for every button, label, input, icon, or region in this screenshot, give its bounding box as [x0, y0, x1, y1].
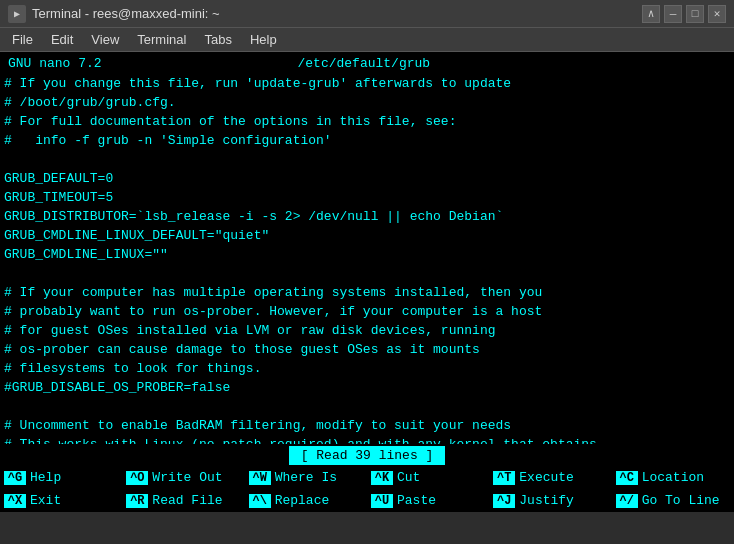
menu-view[interactable]: View [83, 30, 127, 49]
shortcuts-row1: ^GHelp^OWrite Out^WWhere Is^KCut^TExecut… [0, 466, 734, 489]
shortcut-label: Read File [152, 493, 222, 508]
status-message: [ Read 39 lines ] [289, 446, 446, 465]
editor-line: # /boot/grub/grub.cfg. [4, 93, 730, 112]
menu-help[interactable]: Help [242, 30, 285, 49]
editor-line: GRUB_CMDLINE_LINUX="" [4, 245, 730, 264]
shortcut-key: ^/ [616, 494, 638, 508]
shortcut-item[interactable]: ^JJustify [489, 489, 611, 512]
editor-line: # probably want to run os-prober. Howeve… [4, 302, 730, 321]
shortcut-label: Location [642, 470, 704, 485]
shortcut-key: ^J [493, 494, 515, 508]
editor-line: # For full documentation of the options … [4, 112, 730, 131]
shortcut-item[interactable]: ^CLocation [612, 466, 734, 489]
shortcut-item[interactable]: ^TExecute [489, 466, 611, 489]
nano-filename: /etc/default/grub [102, 56, 626, 71]
fullscreen-button[interactable]: □ [686, 5, 704, 23]
window-title: Terminal - rees@maxxed-mini: ~ [32, 6, 220, 21]
nano-version: GNU nano 7.2 [8, 56, 102, 71]
maximize-button[interactable]: — [664, 5, 682, 23]
editor-line [4, 264, 730, 283]
menu-terminal[interactable]: Terminal [129, 30, 194, 49]
menu-file[interactable]: File [4, 30, 41, 49]
editor-line: # If you change this file, run 'update-g… [4, 74, 730, 93]
shortcut-key: ^O [126, 471, 148, 485]
menubar: File Edit View Terminal Tabs Help [0, 28, 734, 52]
shortcut-item[interactable]: ^KCut [367, 466, 489, 489]
shortcuts-row2: ^XExit^RRead File^\Replace^UPaste^JJusti… [0, 489, 734, 512]
shortcut-item[interactable]: ^\Replace [245, 489, 367, 512]
shortcut-item[interactable]: ^RRead File [122, 489, 244, 512]
shortcut-item[interactable]: ^UPaste [367, 489, 489, 512]
shortcut-item[interactable]: ^WWhere Is [245, 466, 367, 489]
editor-line [4, 397, 730, 416]
nano-header: GNU nano 7.2 /etc/default/grub [0, 52, 734, 74]
shortcut-label: Replace [275, 493, 330, 508]
close-button[interactable]: ✕ [708, 5, 726, 23]
editor-line: # filesystems to look for things. [4, 359, 730, 378]
shortcut-key: ^\ [249, 494, 271, 508]
shortcut-label: Go To Line [642, 493, 720, 508]
editor-line: #GRUB_DISABLE_OS_PROBER=false [4, 378, 730, 397]
shortcut-item[interactable]: ^OWrite Out [122, 466, 244, 489]
editor-line [4, 150, 730, 169]
shortcut-item[interactable]: ^GHelp [0, 466, 122, 489]
editor-area[interactable]: # If you change this file, run 'update-g… [0, 74, 734, 444]
editor-line: # for guest OSes installed via LVM or ra… [4, 321, 730, 340]
editor-line: GRUB_CMDLINE_LINUX_DEFAULT="quiet" [4, 226, 730, 245]
editor-line: # os-prober can cause damage to those gu… [4, 340, 730, 359]
shortcut-key: ^X [4, 494, 26, 508]
editor-line: GRUB_DEFAULT=0 [4, 169, 730, 188]
shortcut-key: ^G [4, 471, 26, 485]
editor-line: GRUB_DISTRIBUTOR=`lsb_release -i -s 2> /… [4, 207, 730, 226]
shortcut-label: Help [30, 470, 61, 485]
statusbar: [ Read 39 lines ] [0, 444, 734, 466]
shortcut-item[interactable]: ^/Go To Line [612, 489, 734, 512]
shortcut-key: ^R [126, 494, 148, 508]
editor-line: # Uncomment to enable BadRAM filtering, … [4, 416, 730, 435]
shortcut-key: ^W [249, 471, 271, 485]
shortcut-item[interactable]: ^XExit [0, 489, 122, 512]
shortcuts-bar: ^GHelp^OWrite Out^WWhere Is^KCut^TExecut… [0, 466, 734, 512]
menu-edit[interactable]: Edit [43, 30, 81, 49]
shortcut-label: Justify [519, 493, 574, 508]
shortcut-label: Write Out [152, 470, 222, 485]
titlebar-left: ▶ Terminal - rees@maxxed-mini: ~ [8, 5, 220, 23]
shortcut-label: Cut [397, 470, 420, 485]
minimize-button[interactable]: ∧ [642, 5, 660, 23]
shortcut-label: Where Is [275, 470, 337, 485]
shortcut-key: ^T [493, 471, 515, 485]
editor-line: # info -f grub -n 'Simple configuration' [4, 131, 730, 150]
editor-line: GRUB_TIMEOUT=5 [4, 188, 730, 207]
app-icon: ▶ [8, 5, 26, 23]
shortcut-key: ^K [371, 471, 393, 485]
menu-tabs[interactable]: Tabs [196, 30, 239, 49]
shortcut-key: ^U [371, 494, 393, 508]
shortcut-label: Execute [519, 470, 574, 485]
shortcut-label: Paste [397, 493, 436, 508]
editor-line: # If your computer has multiple operatin… [4, 283, 730, 302]
shortcut-label: Exit [30, 493, 61, 508]
window-controls[interactable]: ∧ — □ ✕ [642, 5, 726, 23]
shortcut-key: ^C [616, 471, 638, 485]
titlebar: ▶ Terminal - rees@maxxed-mini: ~ ∧ — □ ✕ [0, 0, 734, 28]
editor-line: # This works with Linux (no patch requir… [4, 435, 730, 444]
